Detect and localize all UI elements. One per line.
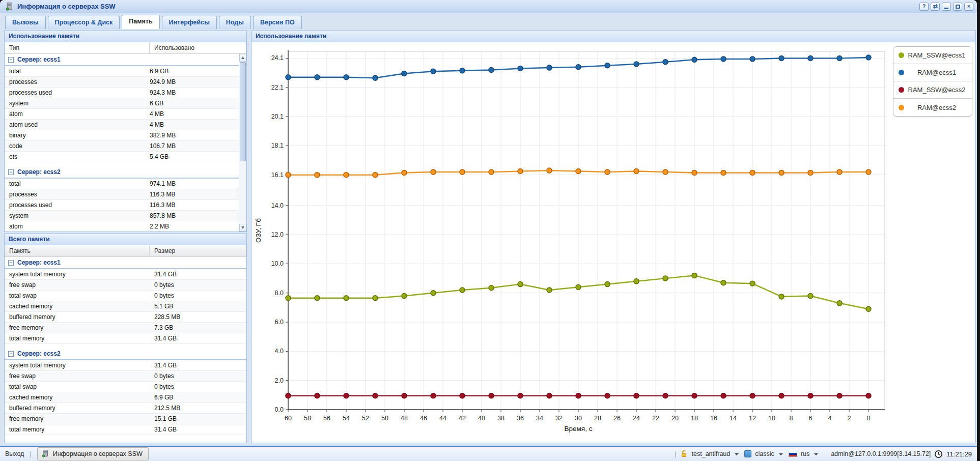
group-row[interactable]: −Сервер: ecss2 bbox=[5, 166, 239, 179]
tab-6[interactable]: Версия ПО bbox=[253, 16, 302, 29]
legend-item[interactable]: RAM@ecss1 bbox=[893, 64, 972, 81]
theme-select[interactable]: classic bbox=[755, 450, 774, 457]
tab-2[interactable]: Процессор & Диск bbox=[48, 16, 120, 29]
table-row[interactable]: free memory7.3 GB bbox=[5, 323, 246, 333]
table-row[interactable]: total974.1 MB bbox=[5, 179, 239, 189]
table-row[interactable]: total6.9 GB bbox=[5, 66, 239, 77]
cell-value: 0 bytes bbox=[150, 382, 246, 392]
exit-link[interactable]: Выход bbox=[5, 450, 24, 457]
cell-key: atom used bbox=[5, 120, 145, 130]
legend-item[interactable]: RAM@ecss2 bbox=[893, 99, 972, 116]
table-row[interactable]: processes924.9 MB bbox=[5, 77, 239, 88]
data-point-RAM_SSW@ecss1 bbox=[547, 287, 552, 293]
panel-title: Использование памяти bbox=[251, 31, 975, 42]
tab-5[interactable]: Ноды bbox=[219, 16, 251, 29]
legend-item[interactable]: RAM_SSW@ecss1 bbox=[893, 47, 972, 64]
column-header-size[interactable]: Размер bbox=[150, 245, 246, 256]
panel-title: Всего памяти bbox=[5, 234, 246, 245]
table-row[interactable]: system total memory31.4 GB bbox=[5, 360, 246, 371]
data-point-RAM_SSW@ecss1 bbox=[402, 294, 407, 299]
scrollbar-thumb[interactable] bbox=[240, 62, 246, 161]
column-header-memory[interactable]: Память bbox=[5, 245, 150, 256]
table-row[interactable]: total swap0 bytes bbox=[5, 382, 246, 392]
x-tick-label: 36 bbox=[517, 415, 524, 422]
account-name[interactable]: test_antifraud bbox=[692, 450, 731, 457]
taskbar-window-button[interactable]: Информация о серверах SSW bbox=[37, 447, 149, 460]
table-row[interactable]: total memory31.4 GB bbox=[5, 424, 246, 435]
table-row[interactable]: atom2.2 MB bbox=[5, 221, 239, 232]
table-row[interactable]: free swap0 bytes bbox=[5, 280, 246, 291]
tab-4[interactable]: Интерфейсы bbox=[162, 16, 217, 29]
legend-item[interactable]: RAM_SSW@ecss2 bbox=[893, 81, 972, 99]
data-point-RAM@ecss1 bbox=[605, 63, 610, 68]
table-row[interactable]: atom4 MB bbox=[5, 109, 239, 120]
maximize-button[interactable] bbox=[953, 3, 962, 11]
data-point-RAM_SSW@ecss2 bbox=[460, 393, 465, 398]
grid-body: −Сервер: ecss1system total memory31.4 GB… bbox=[5, 257, 246, 443]
chart-area: 6058565452504846444240383634323028262422… bbox=[251, 42, 975, 443]
vertical-scrollbar[interactable] bbox=[239, 54, 246, 232]
chevron-down-icon[interactable] bbox=[779, 453, 783, 455]
column-header-used[interactable]: Использовано bbox=[150, 42, 246, 53]
cell-key: total bbox=[5, 66, 145, 76]
table-row[interactable]: system857.8 MB bbox=[5, 211, 239, 221]
refresh-button[interactable]: ⇄ bbox=[931, 3, 940, 11]
cell-value: 6.9 GB bbox=[150, 392, 246, 402]
table-row[interactable]: cached memory6.9 GB bbox=[5, 392, 246, 403]
collapse-icon[interactable]: − bbox=[8, 57, 14, 63]
cell-value: 974.1 MB bbox=[145, 179, 239, 189]
column-header-type[interactable]: Тип bbox=[5, 42, 150, 53]
table-row[interactable]: system total memory31.4 GB bbox=[5, 269, 246, 280]
collapse-icon[interactable]: − bbox=[8, 260, 14, 266]
scroll-up-button[interactable] bbox=[239, 54, 246, 62]
table-row[interactable]: buffered memory228.5 MB bbox=[5, 312, 246, 323]
chevron-down-icon[interactable] bbox=[814, 453, 818, 455]
help-button[interactable]: ? bbox=[919, 3, 929, 11]
table-row[interactable]: cached memory5.1 GB bbox=[5, 301, 246, 312]
group-row[interactable]: −Сервер: ecss1 bbox=[5, 54, 239, 66]
status-bar: Выход | Информация о серверах SSW | bbox=[0, 446, 977, 461]
tab-1[interactable]: Вызовы bbox=[5, 16, 46, 29]
collapse-icon[interactable]: − bbox=[8, 351, 14, 357]
separator: | bbox=[675, 450, 676, 457]
table-row[interactable]: free memory15.1 GB bbox=[5, 414, 246, 424]
table-row[interactable]: code106.7 MB bbox=[5, 141, 239, 152]
table-row[interactable]: buffered memory212.5 MB bbox=[5, 403, 246, 414]
table-row[interactable]: total swap0 bytes bbox=[5, 291, 246, 301]
data-point-RAM@ecss2 bbox=[460, 169, 465, 175]
table-row[interactable]: processes used924.3 MB bbox=[5, 88, 239, 98]
language-select[interactable]: rus bbox=[801, 450, 809, 457]
group-row[interactable]: −Сервер: ecss1 bbox=[5, 257, 246, 269]
data-point-RAM@ecss2 bbox=[518, 169, 523, 174]
data-point-RAM_SSW@ecss2 bbox=[721, 393, 726, 398]
minimize-button[interactable] bbox=[942, 3, 951, 11]
x-tick-label: 54 bbox=[343, 415, 350, 422]
data-point-RAM@ecss2 bbox=[576, 169, 581, 174]
table-row[interactable]: processes used116.3 MB bbox=[5, 200, 239, 211]
chevron-down-icon[interactable] bbox=[735, 453, 739, 455]
tab-3[interactable]: Память bbox=[122, 15, 159, 29]
data-point-RAM_SSW@ecss1 bbox=[460, 287, 465, 293]
table-row[interactable]: free swap0 bytes bbox=[5, 371, 246, 382]
table-row[interactable]: binary382.9 MB bbox=[5, 130, 239, 141]
table-row[interactable]: processes116.3 MB bbox=[5, 189, 239, 200]
scroll-down-button[interactable] bbox=[239, 224, 246, 232]
data-point-RAM@ecss1 bbox=[373, 75, 378, 80]
x-tick-label: 50 bbox=[381, 415, 388, 422]
data-point-RAM_SSW@ecss1 bbox=[750, 281, 755, 286]
data-point-RAM_SSW@ecss1 bbox=[634, 279, 639, 284]
table-row[interactable]: atom used4 MB bbox=[5, 120, 239, 130]
cell-key: system total memory bbox=[5, 360, 150, 370]
data-point-RAM@ecss1 bbox=[344, 75, 349, 80]
collapse-icon[interactable]: − bbox=[8, 169, 14, 175]
group-row[interactable]: −Сервер: ecss2 bbox=[5, 348, 246, 360]
table-row[interactable]: ets5.4 GB bbox=[5, 152, 239, 162]
x-tick-label: 58 bbox=[304, 415, 311, 422]
close-button[interactable]: × bbox=[964, 3, 973, 11]
current-time: 11:21:29 bbox=[946, 450, 972, 458]
table-row[interactable]: total memory31.4 GB bbox=[5, 333, 246, 344]
group-label: Сервер: ecss1 bbox=[17, 259, 61, 266]
table-row[interactable]: system6 GB bbox=[5, 98, 239, 109]
x-tick-label: 42 bbox=[459, 415, 466, 422]
legend-dot-icon bbox=[899, 105, 904, 110]
